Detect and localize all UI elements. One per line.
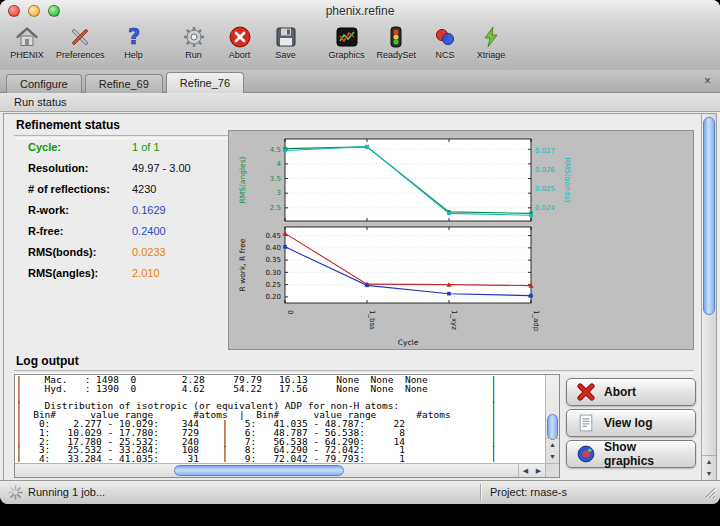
log-vertical-scrollbar[interactable]: ▲ ▼ bbox=[545, 375, 559, 463]
status-text: Running 1 job... bbox=[28, 486, 105, 498]
help-question-icon: ? bbox=[122, 25, 146, 49]
main-vertical-scrollbar-thumb[interactable] bbox=[703, 117, 715, 315]
stat-of-reflections: # of reflections:4230 bbox=[28, 183, 226, 204]
svg-text:RMS(angles): RMS(angles) bbox=[238, 156, 247, 203]
svg-text:0.45: 0.45 bbox=[265, 232, 281, 240]
stat-value: 4230 bbox=[132, 183, 156, 195]
abort-circle-x-icon bbox=[228, 25, 252, 49]
toolbar-button-ncs[interactable]: NCS bbox=[424, 24, 466, 61]
window-controls bbox=[8, 5, 60, 17]
show-graphics-icon bbox=[576, 444, 596, 464]
phenix-home-icon bbox=[15, 25, 39, 49]
scroll-down-icon[interactable]: ▼ bbox=[546, 451, 559, 463]
scroll-down-icon[interactable]: ▼ bbox=[702, 468, 716, 480]
stat-value: 0.0233 bbox=[132, 246, 166, 258]
svg-text:0.024: 0.024 bbox=[535, 204, 556, 212]
svg-text:Cycle: Cycle bbox=[398, 338, 419, 347]
window-header: phenix.refine PHENIXPreferences?HelpRunA… bbox=[0, 0, 720, 71]
show-graphics-button[interactable]: Show graphics bbox=[566, 440, 696, 468]
svg-text:0.027: 0.027 bbox=[535, 147, 555, 155]
toolbar-button-xtriage[interactable]: Xtriage bbox=[470, 24, 512, 61]
resize-grip[interactable] bbox=[704, 487, 716, 501]
stat-value: 2.010 bbox=[132, 267, 160, 279]
stat-value: 0.2400 bbox=[132, 225, 166, 237]
refinement-stats: Cycle:1 of 1Resolution:49.97 - 3.00# of … bbox=[28, 141, 226, 288]
scroll-up-icon[interactable]: ▲ bbox=[702, 456, 716, 468]
scroll-right-icon[interactable]: ▶ bbox=[532, 464, 545, 476]
svg-text:3: 3 bbox=[277, 189, 281, 197]
log-text: | Mac. : 1498 0 2.28 79.79 16.13 None No… bbox=[16, 376, 544, 462]
progress-spinner-icon bbox=[8, 485, 23, 502]
title-bar[interactable]: phenix.refine bbox=[0, 0, 720, 22]
toolbar-button-label: Graphics bbox=[329, 50, 365, 60]
toolbar-button-label: Preferences bbox=[56, 50, 105, 60]
abort-x-icon bbox=[576, 382, 596, 402]
stat-label: Resolution: bbox=[28, 162, 132, 174]
readyset-traffic-light-icon bbox=[384, 25, 408, 49]
refinement-chart: 2.533.544.50.0240.0250.0260.027RMS(angle… bbox=[228, 130, 694, 350]
toolbar-button-label: Abort bbox=[229, 50, 251, 60]
toolbar-button-label: NCS bbox=[436, 50, 455, 60]
tab-configure[interactable]: Configure bbox=[6, 74, 82, 94]
button-label: View log bbox=[604, 416, 652, 430]
svg-text:1_adp: 1_adp bbox=[532, 310, 540, 332]
project-label: Project: rnase-s bbox=[490, 486, 567, 498]
zoom-window-button[interactable] bbox=[48, 5, 60, 17]
subtab-run-status[interactable]: Run status bbox=[0, 93, 720, 112]
subtab-label: Run status bbox=[14, 96, 67, 108]
svg-text:0.25: 0.25 bbox=[265, 281, 281, 289]
toolbar-button-label: Help bbox=[124, 50, 143, 60]
scroll-left-icon[interactable]: ◀ bbox=[519, 464, 532, 476]
stat-label: R-work: bbox=[28, 204, 132, 216]
toolbar-button-graphics[interactable]: Graphics bbox=[325, 24, 369, 61]
svg-text:0.35: 0.35 bbox=[265, 256, 281, 264]
svg-text:RMS(bonds): RMS(bonds) bbox=[563, 157, 572, 202]
toolbar-button-save[interactable]: Save bbox=[265, 24, 307, 61]
app-window: phenix.refine PHENIXPreferences?HelpRunA… bbox=[0, 0, 720, 504]
refinement-status-heading: Refinement status bbox=[16, 118, 120, 132]
toolbar-button-readyset[interactable]: ReadySet bbox=[373, 24, 421, 61]
view-log-button[interactable]: View log bbox=[566, 409, 696, 437]
stat-label: R-free: bbox=[28, 225, 132, 237]
toolbar-button-help[interactable]: ?Help bbox=[113, 24, 155, 61]
toolbar-button-preferences[interactable]: Preferences bbox=[52, 24, 109, 61]
svg-text:4: 4 bbox=[277, 160, 282, 168]
toolbar-button-run[interactable]: Run bbox=[173, 24, 215, 61]
stat-value: 49.97 - 3.00 bbox=[132, 162, 191, 174]
stat-rms-bonds: RMS(bonds):0.0233 bbox=[28, 246, 226, 267]
graphics-plot-icon bbox=[335, 25, 359, 49]
svg-text:2.5: 2.5 bbox=[270, 204, 281, 212]
stat-label: Cycle: bbox=[28, 141, 132, 153]
preferences-tools-icon bbox=[68, 25, 92, 49]
ncs-molecules-icon bbox=[433, 25, 457, 49]
log-vertical-scrollbar-thumb[interactable] bbox=[547, 414, 558, 440]
scroll-up-icon[interactable]: ▲ bbox=[546, 439, 559, 451]
close-tab-icon[interactable]: × bbox=[704, 74, 711, 88]
svg-text:0.026: 0.026 bbox=[535, 166, 556, 174]
stat-label: RMS(angles): bbox=[28, 267, 132, 279]
button-label: Abort bbox=[604, 385, 636, 399]
toolbar-button-label: PHENIX bbox=[10, 50, 44, 60]
tab-refine-69[interactable]: Refine_69 bbox=[85, 74, 163, 94]
stat-resolution: Resolution:49.97 - 3.00 bbox=[28, 162, 226, 183]
svg-text:4.5: 4.5 bbox=[270, 146, 281, 154]
stat-label: RMS(bonds): bbox=[28, 246, 132, 258]
log-horizontal-scrollbar[interactable]: ◀ ▶ bbox=[15, 463, 545, 477]
abort-button[interactable]: Abort bbox=[566, 378, 696, 406]
tab-refine-76[interactable]: Refine_76 bbox=[166, 72, 244, 93]
toolbar-button-phenix[interactable]: PHENIX bbox=[6, 24, 48, 61]
log-horizontal-scrollbar-thumb[interactable] bbox=[174, 465, 344, 476]
window-title: phenix.refine bbox=[0, 0, 720, 22]
status-bar: Running 1 job... Project: rnase-s bbox=[0, 480, 720, 504]
view-log-icon bbox=[576, 413, 596, 433]
main-content: Refinement status Cycle:1 of 1Resolution… bbox=[3, 113, 717, 481]
stat-r-work: R-work:0.1629 bbox=[28, 204, 226, 225]
toolbar-button-abort[interactable]: Abort bbox=[219, 24, 261, 61]
stat-rms-angles: RMS(angles):2.010 bbox=[28, 267, 226, 288]
refinement-chart-svg: 2.533.544.50.0240.0250.0260.027RMS(angle… bbox=[229, 131, 693, 349]
main-vertical-scrollbar[interactable]: ▲ ▼ bbox=[701, 114, 716, 480]
minimize-window-button[interactable] bbox=[28, 5, 40, 17]
close-window-button[interactable] bbox=[8, 5, 20, 17]
xtriage-bolt-icon bbox=[479, 25, 503, 49]
toolbar-button-label: ReadySet bbox=[377, 50, 417, 60]
